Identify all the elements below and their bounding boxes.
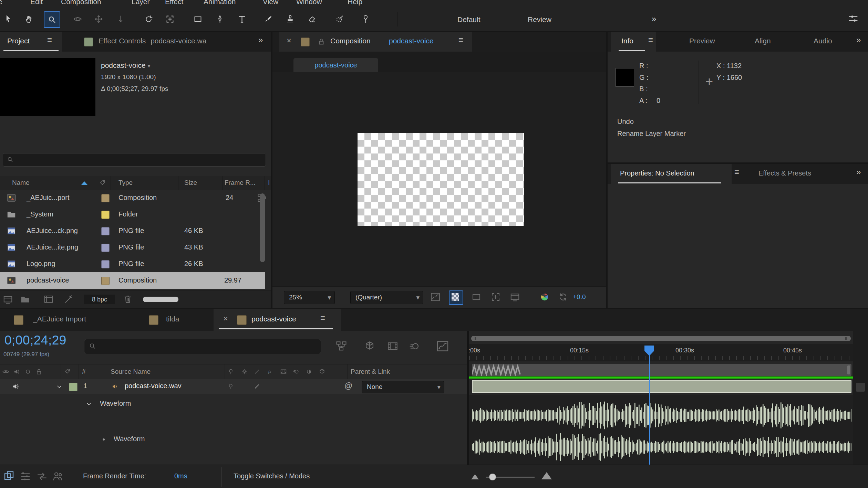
fast-previews-icon[interactable] [430, 292, 441, 302]
navigator-start-handle[interactable] [475, 337, 476, 340]
mini-flowchart-icon[interactable] [335, 340, 347, 352]
timeline-tab-podcast-voice[interactable]: podcast-voice [251, 315, 296, 323]
pan-camera-tool-button[interactable] [91, 11, 106, 26]
toggle-switches-modes-button[interactable]: Toggle Switches / Modes [234, 472, 310, 480]
audio-speaker-icon[interactable] [13, 368, 21, 375]
menu-view[interactable]: View [263, 0, 278, 6]
timeline-splitter[interactable] [467, 331, 469, 465]
waveform-property-row[interactable]: Waveform [0, 433, 467, 446]
column-type[interactable]: Type [118, 179, 133, 187]
playhead-line[interactable] [649, 355, 650, 465]
composition-canvas[interactable] [358, 133, 524, 226]
transparency-grid-button[interactable] [449, 290, 463, 305]
column-name[interactable]: Name [12, 179, 30, 187]
exposure-value[interactable]: +0.0 [573, 293, 586, 301]
motion-blur-icon[interactable] [409, 340, 421, 352]
timeline-panel-menu-icon[interactable]: ≡ [320, 313, 325, 323]
menu-file[interactable]: File [0, 0, 2, 6]
shy-switch-icon[interactable] [227, 383, 234, 390]
selection-tool-button[interactable] [1, 11, 16, 26]
project-scrollbar[interactable] [260, 193, 265, 262]
timeline-tab-tilda[interactable]: tilda [166, 315, 179, 323]
workspace-tab-review[interactable]: Review [528, 15, 551, 24]
graph-editor-icon[interactable] [436, 340, 449, 353]
tab-audio[interactable]: Audio [814, 37, 832, 45]
sort-ascending-icon[interactable] [81, 181, 87, 185]
label-column-tag-icon[interactable] [99, 179, 107, 187]
shy-icon[interactable] [227, 368, 234, 375]
parent-pickwhip-icon[interactable]: @ [344, 381, 352, 391]
quality-switch-icon[interactable] [254, 383, 260, 390]
new-composition-icon[interactable] [43, 294, 54, 305]
draft-3d-icon[interactable] [364, 340, 375, 352]
pen-tool-button[interactable] [212, 11, 227, 26]
viewer-tab[interactable]: podcast-voice [293, 58, 378, 72]
hand-tool-button[interactable] [21, 11, 37, 26]
comp-marker-button[interactable] [856, 383, 865, 392]
info-panel-menu-icon[interactable]: ≡ [648, 35, 653, 45]
composition-panel-menu-icon[interactable]: ≡ [458, 35, 463, 45]
column-frame-rate[interactable]: Frame R... [225, 179, 256, 187]
column-source-name[interactable]: Source Name [111, 368, 151, 375]
label-color-chip[interactable] [101, 211, 110, 219]
info-panel-overflow-icon[interactable]: » [856, 35, 861, 45]
workspace-overflow-chevron-icon[interactable]: » [652, 14, 656, 24]
timeline-search-input[interactable] [84, 339, 321, 354]
resolution-dropdown[interactable]: (Quarter) ▾ [350, 291, 423, 304]
quality-icon[interactable] [254, 368, 260, 375]
workspace-settings-button[interactable] [847, 13, 859, 24]
label-color-chip[interactable] [101, 194, 110, 202]
timeline-zoom-slider-knob[interactable] [489, 474, 496, 480]
channel-color-wheel-icon[interactable] [539, 292, 550, 302]
navigator-end-handle[interactable] [845, 337, 847, 340]
reset-exposure-icon[interactable] [558, 292, 568, 302]
label-tag-icon[interactable] [64, 368, 72, 375]
rotation-tool-button[interactable] [141, 11, 156, 26]
fx-icon[interactable] [267, 368, 274, 375]
composition-viewer[interactable] [272, 72, 606, 286]
layer-switches-icon[interactable] [19, 470, 32, 482]
transfer-controls-icon[interactable] [36, 470, 48, 482]
menu-edit[interactable]: Edit [30, 0, 43, 6]
adjust-wand-icon[interactable] [63, 294, 74, 305]
eraser-tool-button[interactable] [304, 11, 319, 26]
time-ruler[interactable]: 0:00s 00:15s 00:30s 00:45s [469, 344, 853, 361]
timeline-tab-aejuice[interactable]: _AEJuice Import [33, 315, 86, 323]
trash-icon[interactable] [123, 294, 133, 304]
parent-link-dropdown[interactable]: None ▾ [362, 381, 444, 393]
frame-blend-icon[interactable] [280, 368, 287, 375]
frame-blending-icon[interactable] [387, 340, 399, 352]
puppet-pin-tool-button[interactable] [358, 11, 373, 26]
label-color-chip[interactable] [101, 260, 110, 268]
orbit-camera-tool-button[interactable] [70, 11, 85, 26]
clone-stamp-tool-button[interactable] [282, 11, 298, 26]
menu-window[interactable]: Window [296, 0, 322, 6]
label-color-chip[interactable] [101, 277, 110, 285]
interpret-footage-icon[interactable] [3, 294, 13, 305]
work-area-end-handle[interactable] [847, 365, 850, 374]
zoom-level-dropdown[interactable]: 25% ▾ [284, 291, 335, 304]
time-navigator-scrollbar[interactable] [471, 336, 851, 341]
pan-behind-tool-button[interactable] [162, 11, 177, 26]
threed-layer-icon[interactable] [319, 368, 326, 375]
column-parent-link[interactable]: Parent & Link [351, 368, 390, 375]
label-color-chip[interactable] [101, 244, 110, 252]
collapse-icon[interactable] [241, 368, 248, 375]
layer-expander-icon[interactable] [56, 383, 63, 390]
layer-duration-bar[interactable] [472, 380, 851, 393]
menu-help[interactable]: Help [348, 0, 362, 6]
column-hash[interactable]: # [82, 368, 86, 375]
workspace-tab-default[interactable]: Default [457, 15, 480, 24]
properties-panel-overflow-icon[interactable]: » [856, 167, 861, 177]
adjustment-layer-icon[interactable] [306, 368, 312, 375]
mask-visibility-icon[interactable] [471, 292, 482, 302]
render-multiple-frames-icon[interactable] [52, 470, 64, 482]
close-icon[interactable]: × [223, 314, 228, 323]
zoom-tool-button[interactable] [44, 11, 60, 28]
layer-source-name[interactable]: podcast-voice.wav [125, 382, 182, 390]
table-row[interactable]: AEJuice...ite.png PNG file 43 KB [0, 239, 265, 256]
region-of-interest-icon[interactable] [490, 292, 501, 302]
guides-grid-icon[interactable] [510, 292, 520, 302]
rectangle-tool-button[interactable] [190, 11, 205, 26]
zoom-out-mountain-icon[interactable] [471, 474, 479, 479]
